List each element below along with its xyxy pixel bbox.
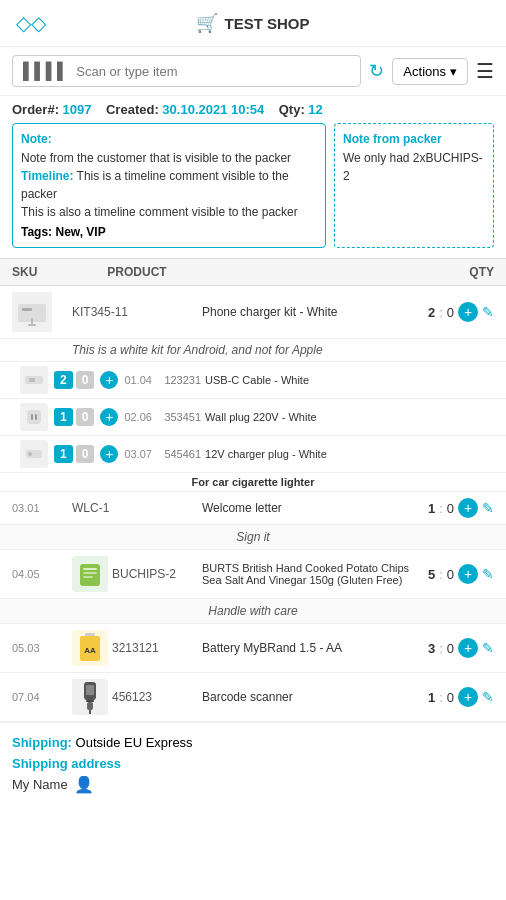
qty-total-scanner: 0 — [447, 690, 454, 705]
item-row-battery: 05.03 AA 3213121 Battery MyBRand 1.5 - A… — [0, 624, 506, 673]
chips-img — [72, 556, 108, 592]
done-badge-usbc: 2 — [54, 371, 73, 389]
item-sku-kit: KIT345-11 — [72, 305, 202, 319]
subitem-badges-wallplug: 1 0 — [54, 408, 94, 426]
item-qty-scanner: 1 : 0 + ✎ — [414, 687, 494, 707]
item-row-kit: KIT345-11 Phone charger kit - White 2 : … — [0, 286, 506, 339]
shipping-name: My Name — [12, 777, 68, 792]
edit-chips-icon[interactable]: ✎ — [482, 566, 494, 582]
subitem-seq-wallplug: 02.06 — [124, 411, 156, 423]
customer-note-label: Note: — [21, 132, 317, 146]
subitem-seq-usbc: 01.04 — [124, 374, 156, 386]
svg-rect-1 — [22, 308, 32, 311]
add-kit-button[interactable]: + — [458, 302, 478, 322]
svg-rect-11 — [80, 564, 100, 586]
menu-button[interactable]: ☰ — [476, 59, 494, 83]
subitem-badges-usbc: 2 0 — [54, 371, 94, 389]
refresh-button[interactable]: ↻ — [369, 60, 384, 82]
subitem-name-charger: 12V charger plug - White — [205, 448, 327, 460]
order-qty: 12 — [308, 102, 322, 117]
subitem-img-usbc — [20, 366, 48, 394]
timeline-label: Timeline: This is a timeline comment vis… — [21, 167, 317, 203]
edit-scanner-icon[interactable]: ✎ — [482, 689, 494, 705]
search-bar: ▌▌▌▌ ↻ Actions ▾ ☰ — [0, 47, 506, 96]
app-logo: ◇◇ — [16, 11, 46, 35]
item-seq-wlc: 03.01 — [12, 502, 72, 514]
edit-kit-icon[interactable]: ✎ — [482, 304, 494, 320]
add-chips-button[interactable]: + — [458, 564, 478, 584]
add-scanner-button[interactable]: + — [458, 687, 478, 707]
add-subitem-usbc-button[interactable]: + — [100, 371, 118, 389]
add-wlc-button[interactable]: + — [458, 498, 478, 518]
svg-rect-6 — [27, 410, 41, 424]
svg-rect-13 — [83, 572, 97, 574]
tags-row: Tags: New, VIP — [21, 225, 317, 239]
table-header: SKU PRODUCT QTY — [0, 258, 506, 286]
col-sku: SKU — [12, 265, 72, 279]
table-row: 03.01 WLC-1 Welcome letter 1 : 0 + ✎ Sig… — [0, 492, 506, 550]
subitem-row-charger: 1 0 + 03.07 545461 12V charger plug - Wh… — [0, 436, 506, 473]
subitem-info-usbc: 01.04 123231 USB-C Cable - White — [124, 374, 494, 386]
subitem-img-wallplug — [20, 403, 48, 431]
barcode-icon: ▌▌▌▌ — [23, 62, 68, 80]
table-row: 05.03 AA 3213121 Battery MyBRand 1.5 - A… — [0, 624, 506, 673]
search-input[interactable] — [76, 64, 350, 79]
app-header: ◇◇ 🛒 TEST SHOP — [0, 0, 506, 47]
item-sku-wlc: WLC-1 — [72, 501, 202, 515]
item-qty-battery: 3 : 0 + ✎ — [414, 638, 494, 658]
actions-button[interactable]: Actions ▾ — [392, 58, 468, 85]
search-input-wrap[interactable]: ▌▌▌▌ — [12, 55, 361, 87]
qty-total-kit: 0 — [447, 305, 454, 320]
subitem-sku-usbc: 123231 — [164, 374, 201, 386]
tags-label: Tags: — [21, 225, 52, 239]
edit-battery-icon[interactable]: ✎ — [482, 640, 494, 656]
remaining-badge-charger: 0 — [76, 445, 95, 463]
svg-rect-15 — [85, 633, 95, 636]
order-created: 30.10.2021 10:54 — [162, 102, 264, 117]
kit-note: This is a white kit for Android, and not… — [0, 339, 506, 362]
item-sku-area-chips: BUCHIPS-2 — [72, 556, 202, 592]
actions-arrow-icon: ▾ — [450, 64, 457, 79]
add-subitem-charger-button[interactable]: + — [100, 445, 118, 463]
person-icon: 👤 — [74, 775, 94, 794]
subitem-seq-charger: 03.07 — [124, 448, 156, 460]
battery-img: AA — [72, 630, 108, 666]
subitem-name-usbc: USB-C Cable - White — [205, 374, 309, 386]
edit-wlc-icon[interactable]: ✎ — [482, 500, 494, 516]
svg-point-10 — [28, 452, 32, 456]
subitem-row-wallplug: 1 0 + 02.06 353451 Wall plug 220V - Whit… — [0, 399, 506, 436]
subitem-row-usbc: 2 0 + 01.04 123231 USB-C Cable - White — [0, 362, 506, 399]
subitem-sku-charger: 545461 — [164, 448, 201, 460]
col-product-space — [202, 265, 414, 279]
svg-rect-12 — [83, 568, 97, 570]
order-id: 1097 — [63, 102, 92, 117]
actions-label: Actions — [403, 64, 446, 79]
col-product: PRODUCT — [72, 265, 202, 279]
shop-name: TEST SHOP — [224, 15, 309, 32]
subitem-sku-wallplug: 353451 — [164, 411, 201, 423]
svg-rect-3 — [28, 324, 36, 326]
item-name-kit: Phone charger kit - White — [202, 305, 414, 319]
item-seq-scanner: 07.04 — [12, 691, 72, 703]
shipping-address-label: Shipping address — [12, 756, 494, 771]
svg-rect-20 — [86, 700, 94, 702]
qty-done-wlc: 1 — [428, 501, 435, 516]
svg-rect-19 — [86, 685, 94, 695]
add-battery-button[interactable]: + — [458, 638, 478, 658]
remaining-badge-wallplug: 0 — [76, 408, 95, 426]
customer-note-text1: Note from the customer that is visible t… — [21, 149, 317, 167]
remaining-badge-usbc: 0 — [76, 371, 95, 389]
item-qty-chips: 5 : 0 + ✎ — [414, 564, 494, 584]
shipping-section: Shipping: Outside EU Express Shipping ad… — [0, 722, 506, 806]
qty-total-wlc: 0 — [447, 501, 454, 516]
for-cigarette-note: For car cigarette lighter — [0, 473, 506, 492]
item-seq-chips: 04.05 — [12, 568, 72, 580]
done-badge-charger: 1 — [54, 445, 73, 463]
item-name-scanner: Barcode scanner — [202, 690, 414, 704]
qty-done-chips: 5 — [428, 567, 435, 582]
done-badge-wallplug: 1 — [54, 408, 73, 426]
add-subitem-wallplug-button[interactable]: + — [100, 408, 118, 426]
shipping-method-row: Shipping: Outside EU Express — [12, 735, 494, 750]
subitem-name-wallplug: Wall plug 220V - White — [205, 411, 316, 423]
subitem-info-wallplug: 02.06 353451 Wall plug 220V - White — [124, 411, 494, 423]
